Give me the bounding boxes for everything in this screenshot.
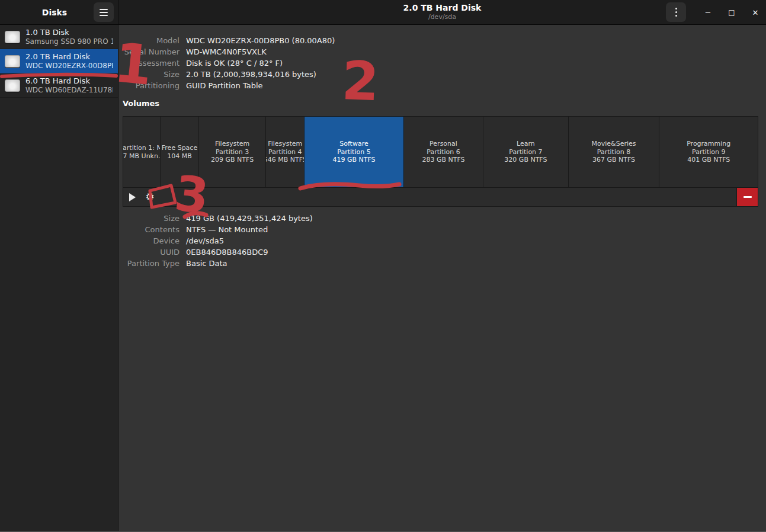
headerbar: Disks 2.0 TB Hard Disk /dev/sda ─ □ ✕ — [0, 0, 766, 25]
detail-row-size: Size 2.0 TB (2,000,398,934,016 bytes) — [123, 69, 758, 80]
volume-segment-partition-3[interactable]: Filesystem Partition 3 209 GB NTFS — [199, 117, 266, 187]
detail-label: Model — [123, 35, 180, 46]
detail-value: GUID Partition Table — [186, 80, 263, 91]
detail-row-model: Model WDC WD20EZRX-00D8PB0 (80.00A80) — [123, 35, 758, 46]
volume-label: 283 GB NTFS — [422, 156, 464, 164]
volumes-section-title: Volumes — [123, 99, 758, 108]
maximize-icon: □ — [728, 8, 735, 17]
detail-value: Basic Data — [186, 258, 227, 269]
volume-label: Partition 9 — [692, 148, 725, 156]
volume-label: 419 GB NTFS — [332, 156, 375, 164]
volume-label: Partition 5 — [337, 148, 370, 156]
disk-detail-pane: Model WDC WD20EZRX-00D8PB0 (80.00A80) Se… — [118, 25, 766, 531]
volume-label: Partition 8 — [597, 148, 630, 156]
minimize-icon: ─ — [706, 8, 710, 17]
detail-row-size: Size 419 GB (419,429,351,424 bytes) — [123, 213, 758, 224]
delete-partition-button[interactable] — [736, 188, 758, 206]
minus-icon — [743, 196, 752, 198]
main-header: 2.0 TB Hard Disk /dev/sda ─ □ ✕ — [118, 0, 766, 24]
detail-row-serial: Serial Number WD-WMC4N0F5VXLK — [123, 46, 758, 57]
gear-icon: ⚙ — [145, 192, 154, 202]
volume-label: Filesystem — [268, 140, 302, 148]
detail-label: Partition Type — [123, 258, 180, 269]
detail-value: 2.0 TB (2,000,398,934,016 bytes) — [186, 69, 316, 80]
detail-row-contents: Contents NTFS — Not Mounted — [123, 224, 758, 235]
volume-segment-partition-1[interactable]: Partition 1: Mi 17 MB Unkn... — [123, 117, 161, 187]
volume-label: 367 GB NTFS — [592, 156, 635, 164]
play-icon — [129, 193, 136, 201]
volume-label: Learn — [517, 140, 535, 148]
volume-label: Partition 3 — [216, 148, 249, 156]
detail-row-assessment: Assessment Disk is OK (28° C / 82° F) — [123, 57, 758, 69]
partition-bar: Partition 1: Mi 17 MB Unkn... Free Space… — [123, 116, 758, 188]
volume-label: Programming — [687, 140, 730, 148]
volume-segment-partition-9[interactable]: Programming Partition 9 401 GB NTFS — [659, 117, 758, 187]
volume-label: 320 GB NTFS — [504, 156, 547, 164]
volume-details: Size 419 GB (419,429,351,424 bytes) Cont… — [123, 213, 758, 269]
detail-value: NTFS — Not Mounted — [186, 224, 268, 235]
detail-value: WDC WD20EZRX-00D8PB0 (80.00A80) — [186, 35, 335, 46]
detail-value: 0EB846D8B846BDC9 — [186, 246, 268, 258]
volume-segment-partition-7[interactable]: Learn Partition 7 320 GB NTFS — [483, 117, 568, 187]
sidebar-item-disk-6tb[interactable]: 6.0 TB Hard Disk WDC WD60EDAZ-11U78B0 — [0, 73, 118, 98]
hard-disk-icon — [5, 55, 20, 68]
detail-label: Size — [123, 69, 180, 80]
volume-label: 17 MB Unkn... — [123, 152, 161, 161]
detail-label: Partitioning — [123, 80, 180, 91]
volumes-widget: Partition 1: Mi 17 MB Unkn... Free Space… — [123, 116, 758, 207]
detail-row-partitioning: Partitioning GUID Partition Table — [123, 80, 758, 91]
detail-label: Contents — [123, 224, 180, 235]
detail-value: /dev/sda5 — [186, 235, 224, 246]
volume-label: 209 GB NTFS — [211, 156, 254, 164]
disks-app-window: Disks 2.0 TB Hard Disk /dev/sda ─ □ ✕ — [0, 0, 766, 532]
toolbar-spacer — [159, 188, 736, 206]
hamburger-icon — [100, 9, 108, 16]
volume-label: Filesystem — [215, 140, 249, 148]
hamburger-menu-button[interactable] — [94, 2, 114, 22]
disk-subtitle: Samsung SSD 980 PRO 1TB — [25, 37, 113, 46]
volume-label: Free Space — [162, 144, 197, 152]
detail-row-uuid: UUID 0EB846D8B846BDC9 — [123, 246, 758, 258]
minimize-button[interactable]: ─ — [700, 0, 716, 25]
volume-segment-partition-6[interactable]: Personal Partition 6 283 GB NTFS — [404, 117, 484, 187]
disk-subtitle: WDC WD20EZRX-00D8PB0 — [25, 62, 113, 70]
sidebar-item-disk-1tb[interactable]: 1.0 TB Disk Samsung SSD 980 PRO 1TB — [0, 25, 118, 49]
disk-title: 2.0 TB Hard Disk — [25, 52, 113, 62]
sidebar-header: Disks — [0, 0, 118, 24]
detail-value: Disk is OK (28° C / 82° F) — [186, 57, 283, 69]
detail-value: WD-WMC4N0F5VXLK — [186, 46, 267, 57]
volume-label: Software — [339, 140, 368, 148]
close-icon: ✕ — [752, 8, 759, 17]
disk-subtitle: WDC WD60EDAZ-11U78B0 — [25, 86, 113, 95]
volume-label: Partition 1: Mi — [123, 144, 161, 152]
mount-play-button[interactable] — [123, 188, 141, 206]
detail-row-partition-type: Partition Type Basic Data — [123, 258, 758, 269]
volume-toolbar: ⚙ — [123, 188, 758, 207]
detail-label: Device — [123, 235, 180, 246]
maximize-button[interactable]: □ — [723, 0, 740, 25]
volume-segment-free-space[interactable]: Free Space 104 MB — [161, 117, 199, 187]
hard-disk-icon — [5, 31, 20, 43]
volume-label: Partition 4 — [268, 148, 302, 156]
volume-label: 401 GB NTFS — [687, 156, 730, 164]
drive-options-menu-button[interactable] — [666, 2, 686, 22]
gear-button[interactable]: ⚙ — [141, 188, 159, 206]
detail-label: Serial Number — [123, 46, 180, 57]
detail-label: Assessment — [123, 57, 180, 69]
volume-segment-partition-8[interactable]: Movie&Series Partition 8 367 GB NTFS — [569, 117, 660, 187]
volume-label: Partition 6 — [427, 148, 460, 156]
app-title: Disks — [0, 8, 94, 17]
volume-label: 104 MB — [167, 152, 192, 161]
detail-row-device: Device /dev/sda5 — [123, 235, 758, 246]
detail-label: Size — [123, 213, 180, 224]
disk-title: 6.0 TB Hard Disk — [25, 76, 113, 86]
hard-disk-icon — [5, 79, 20, 92]
volume-segment-partition-4[interactable]: Filesystem Partition 4 546 MB NTFS — [266, 117, 305, 187]
volume-label: 546 MB NTFS — [266, 156, 305, 164]
volume-label: Personal — [430, 140, 457, 148]
volume-segment-partition-5[interactable]: Software Partition 5 419 GB NTFS — [305, 117, 403, 187]
sidebar-item-disk-2tb[interactable]: 2.0 TB Hard Disk WDC WD20EZRX-00D8PB0 — [0, 49, 118, 73]
disk-list-sidebar: 1.0 TB Disk Samsung SSD 980 PRO 1TB 2.0 … — [0, 25, 118, 531]
close-button[interactable]: ✕ — [747, 0, 764, 25]
disk-details: Model WDC WD20EZRX-00D8PB0 (80.00A80) Se… — [123, 35, 758, 91]
